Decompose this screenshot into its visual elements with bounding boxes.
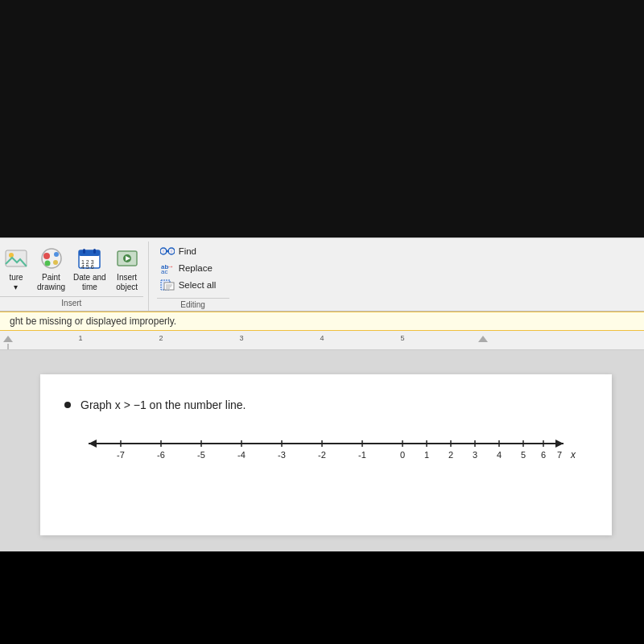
number-line-svg: -7 -6 -5 -4 -3 -2 xyxy=(72,426,588,464)
document-area: Graph x > −1 on the number line. -7 xyxy=(0,350,644,551)
paint-drawing-button[interactable]: Paintdrawing xyxy=(34,243,68,295)
svg-point-5 xyxy=(44,261,50,266)
document-content: Graph x > −1 on the number line. -7 xyxy=(40,374,612,535)
select-all-label: Select all xyxy=(179,280,217,290)
binoculars-icon xyxy=(160,245,175,258)
svg-point-6 xyxy=(53,260,58,265)
svg-text:4: 4 xyxy=(497,450,502,460)
svg-text:-7: -7 xyxy=(117,450,125,460)
picture-button[interactable]: ture▾ xyxy=(0,243,32,295)
editing-items: Find ab ac → Replace xyxy=(157,243,229,296)
ruler-svg: 1 2 3 4 5 xyxy=(0,331,644,350)
picture-icon xyxy=(3,246,29,271)
select-all-button[interactable]: Select all xyxy=(157,277,229,293)
replace-button[interactable]: ab ac → Replace xyxy=(157,260,229,276)
replace-icon: ab ac → xyxy=(160,262,175,275)
bullet-text: Graph x > −1 on the number line. xyxy=(80,398,246,411)
svg-text:-5: -5 xyxy=(197,450,205,460)
svg-text:0: 0 xyxy=(400,450,405,460)
svg-rect-20 xyxy=(171,250,172,253)
editing-section: Find ab ac → Replace xyxy=(149,242,237,311)
svg-point-4 xyxy=(54,252,59,257)
svg-marker-40 xyxy=(555,440,564,448)
warning-text: ght be missing or displayed improperly. xyxy=(10,316,176,327)
svg-text:5: 5 xyxy=(400,334,404,342)
find-label: Find xyxy=(179,246,196,256)
svg-text:1: 1 xyxy=(424,450,429,460)
insert-object-label: Insertobject xyxy=(116,273,138,292)
warning-bar: ght be missing or displayed improperly. xyxy=(0,312,644,331)
paint-icon xyxy=(39,246,64,271)
date-and-time-button[interactable]: 1 2 3 4 5 6 Date andtime xyxy=(70,243,109,295)
svg-text:-4: -4 xyxy=(237,450,246,460)
svg-text:2: 2 xyxy=(159,334,163,342)
editing-section-label: Editing xyxy=(157,298,229,309)
svg-point-1 xyxy=(9,253,14,258)
number-line-container: -7 -6 -5 -4 -3 -2 xyxy=(64,426,588,464)
svg-marker-39 xyxy=(89,440,97,448)
date-and-time-label: Date andtime xyxy=(73,273,106,292)
ribbon: ture▾ Paintdr xyxy=(0,237,644,312)
find-button[interactable]: Find xyxy=(157,243,229,259)
svg-text:-6: -6 xyxy=(157,450,165,460)
bullet-dot xyxy=(64,402,71,408)
svg-text:-3: -3 xyxy=(278,450,286,460)
svg-rect-10 xyxy=(93,249,96,254)
svg-rect-18 xyxy=(166,250,169,252)
calendar-icon: 1 2 3 4 5 6 xyxy=(76,246,102,271)
svg-rect-19 xyxy=(163,250,164,253)
svg-text:6: 6 xyxy=(541,450,546,460)
svg-point-3 xyxy=(43,253,50,259)
svg-text:1: 1 xyxy=(78,334,82,342)
screen-container: ture▾ Paintdr xyxy=(0,0,644,644)
svg-text:→: → xyxy=(167,262,174,270)
svg-text:3: 3 xyxy=(473,450,477,460)
insert-section: ture▾ Paintdr xyxy=(0,242,149,311)
paint-drawing-label: Paintdrawing xyxy=(37,273,65,292)
svg-text:5: 5 xyxy=(521,450,526,460)
svg-text:-1: -1 xyxy=(358,450,366,460)
svg-text:2: 2 xyxy=(448,450,453,460)
replace-label: Replace xyxy=(179,263,213,273)
svg-text:x: x xyxy=(570,449,576,460)
svg-text:4: 4 xyxy=(320,334,324,342)
ruler: 1 2 3 4 5 xyxy=(0,331,644,350)
insert-section-label: Insert xyxy=(0,296,143,308)
svg-rect-9 xyxy=(83,249,85,254)
select-all-icon xyxy=(160,279,175,291)
insert-object-icon xyxy=(114,246,140,271)
picture-label: ture▾ xyxy=(9,273,23,292)
svg-text:4  5  6: 4 5 6 xyxy=(81,264,94,270)
svg-text:7: 7 xyxy=(557,450,562,460)
svg-text:3: 3 xyxy=(239,334,243,342)
top-dark-area xyxy=(0,0,644,237)
bullet-line: Graph x > −1 on the number line. xyxy=(64,398,588,411)
svg-text:-2: -2 xyxy=(318,450,326,460)
svg-rect-8 xyxy=(79,250,100,256)
insert-object-button[interactable]: Insertobject xyxy=(111,243,143,295)
